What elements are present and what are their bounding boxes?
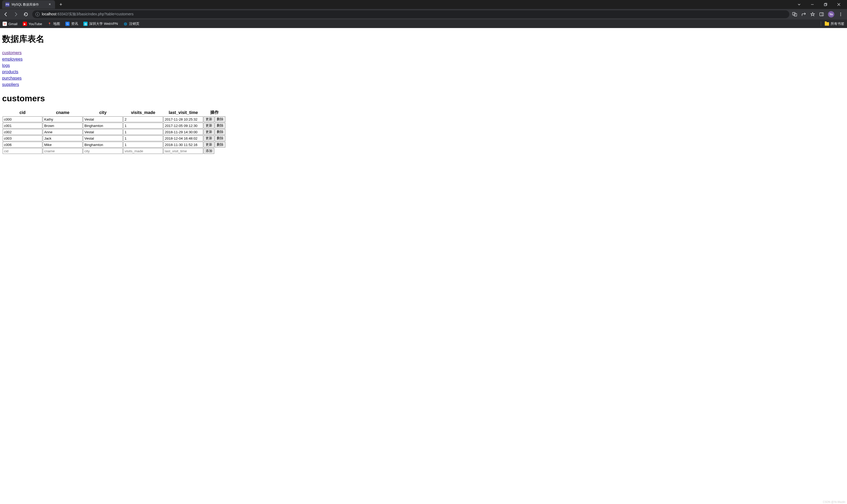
table-row: 更新删除 — [3, 123, 225, 128]
add-input-last_visit_time[interactable] — [163, 148, 203, 154]
tab-bar: PS MySQL 数据库操作 × + — [0, 0, 847, 9]
tab-search-icon[interactable] — [793, 0, 805, 9]
cell-input-city[interactable] — [83, 129, 123, 135]
bookmark-label: 深圳大学 WebVPN — [89, 21, 118, 26]
table-row: 更新删除 — [3, 136, 225, 141]
address-bar[interactable]: i localhost:63342/实验3/basicIndex.php?tab… — [32, 10, 789, 18]
site-info-icon[interactable]: i — [35, 12, 40, 16]
cell-input-visits_made[interactable] — [123, 142, 163, 147]
svg-point-8 — [841, 15, 841, 16]
update-button[interactable]: 更新 — [204, 142, 214, 147]
cell-input-cname[interactable] — [43, 123, 83, 128]
svg-point-6 — [841, 13, 841, 14]
bookmark-item[interactable]: ▧深圳大学 WebVPN — [83, 21, 118, 26]
current-table-heading: customers — [2, 94, 845, 103]
cell-input-cname[interactable] — [43, 136, 83, 141]
update-button[interactable]: 更新 — [204, 116, 214, 122]
table-body: 更新删除更新删除更新删除更新删除更新删除添加 — [3, 116, 225, 154]
delete-button[interactable]: 删除 — [215, 116, 225, 122]
all-bookmarks-button[interactable]: 所有书签 — [825, 21, 844, 26]
cell-input-city[interactable] — [83, 142, 123, 147]
cell-input-visits_made[interactable] — [123, 136, 163, 141]
cell-input-last_visit_time[interactable] — [163, 136, 203, 141]
add-input-cid[interactable] — [3, 148, 42, 154]
bookmark-item[interactable]: MGmail — [3, 22, 17, 26]
back-button[interactable] — [2, 11, 10, 18]
table-row: 更新删除 — [3, 116, 225, 122]
bookmark-label: YouTube — [29, 22, 42, 26]
profile-avatar[interactable]: Ye — [828, 11, 834, 17]
translate-icon[interactable] — [792, 12, 797, 17]
table-link[interactable]: logs — [2, 62, 10, 69]
bookmark-label: Gmail — [8, 22, 17, 26]
separator — [821, 21, 821, 26]
add-input-city[interactable] — [83, 148, 123, 154]
bookmark-icon: 🌐 — [123, 22, 127, 26]
bookmark-item[interactable]: 🌐注销页 — [123, 21, 139, 26]
add-row: 添加 — [3, 148, 225, 154]
cell-input-city[interactable] — [83, 136, 123, 141]
bookmark-item[interactable]: G资讯 — [65, 21, 78, 26]
column-header: city — [83, 109, 123, 116]
data-table: cidcnamecityvisits_madelast_visit_time操作… — [2, 109, 226, 155]
close-tab-icon[interactable]: × — [48, 2, 52, 6]
add-input-cname[interactable] — [43, 148, 83, 154]
add-input-visits_made[interactable] — [123, 148, 163, 154]
column-header: last_visit_time — [163, 109, 203, 116]
cell-input-visits_made[interactable] — [123, 116, 163, 122]
cell-input-visits_made[interactable] — [123, 129, 163, 135]
delete-button[interactable]: 删除 — [215, 142, 225, 147]
cell-input-city[interactable] — [83, 123, 123, 128]
share-icon[interactable] — [801, 12, 806, 17]
bookmark-label: 注销页 — [129, 21, 139, 26]
column-header: visits_made — [123, 109, 163, 116]
cell-input-cid[interactable] — [3, 123, 42, 128]
cell-input-cid[interactable] — [3, 142, 42, 147]
table-link[interactable]: suppliers — [2, 82, 19, 88]
delete-button[interactable]: 删除 — [215, 136, 225, 141]
column-header: cid — [3, 109, 42, 116]
cell-input-cid[interactable] — [3, 129, 42, 135]
cell-input-last_visit_time[interactable] — [163, 129, 203, 135]
side-panel-icon[interactable] — [819, 12, 824, 17]
cell-input-cname[interactable] — [43, 116, 83, 122]
cell-input-city[interactable] — [83, 116, 123, 122]
update-button[interactable]: 更新 — [204, 123, 214, 128]
window-controls — [793, 0, 847, 9]
new-tab-button[interactable]: + — [57, 1, 65, 8]
add-button[interactable]: 添加 — [204, 148, 214, 154]
cell-input-visits_made[interactable] — [123, 123, 163, 128]
reload-button[interactable] — [22, 11, 30, 18]
svg-rect-4 — [820, 13, 824, 16]
table-link[interactable]: purchases — [2, 75, 22, 82]
cell-input-cname[interactable] — [43, 142, 83, 147]
cell-input-last_visit_time[interactable] — [163, 123, 203, 128]
cell-input-cname[interactable] — [43, 129, 83, 135]
browser-tab[interactable]: PS MySQL 数据库操作 × — [2, 0, 55, 9]
bookmark-item[interactable]: 📍地图 — [47, 21, 60, 26]
delete-button[interactable]: 删除 — [215, 129, 225, 135]
update-button[interactable]: 更新 — [204, 136, 214, 141]
toolbar-right: Ye — [792, 11, 845, 17]
close-window-icon[interactable] — [833, 0, 845, 9]
column-header-ops: 操作 — [204, 109, 225, 116]
bookmark-item[interactable]: ▶YouTube — [23, 22, 42, 26]
cell-input-cid[interactable] — [3, 136, 42, 141]
table-link[interactable]: employees — [2, 56, 22, 62]
cell-input-last_visit_time[interactable] — [163, 142, 203, 147]
cell-input-cid[interactable] — [3, 116, 42, 122]
cell-input-last_visit_time[interactable] — [163, 116, 203, 122]
update-button[interactable]: 更新 — [204, 129, 214, 135]
table-link[interactable]: customers — [2, 50, 22, 56]
table-link[interactable]: products — [2, 69, 18, 75]
minimize-icon[interactable] — [806, 0, 818, 9]
bookmark-icon: ▧ — [83, 22, 88, 26]
menu-icon[interactable] — [838, 12, 843, 17]
delete-button[interactable]: 删除 — [215, 123, 225, 128]
folder-icon — [825, 22, 829, 26]
bookmark-star-icon[interactable] — [810, 12, 815, 17]
maximize-icon[interactable] — [819, 0, 832, 9]
svg-rect-3 — [794, 14, 797, 16]
page-title: 数据库表名 — [2, 33, 845, 45]
forward-button[interactable] — [12, 11, 20, 18]
